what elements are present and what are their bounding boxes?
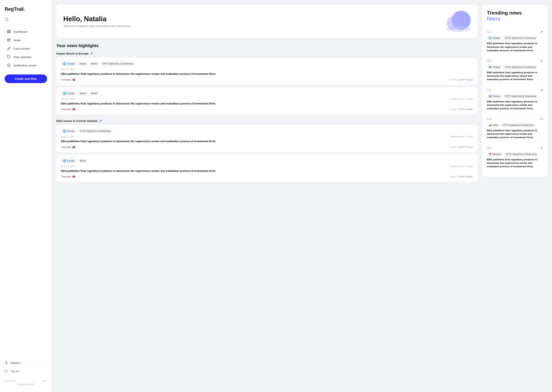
trending-word2: news — [509, 10, 522, 16]
grid-icon — [7, 30, 11, 34]
filter-label-esg[interactable]: ESG issues in French markets ↗ — [56, 119, 478, 123]
news-tags: 🌐 Europe Brexit Brexit CFTC Speeches & T… — [61, 62, 473, 66]
news-title: EBA publishes final regulatory products … — [61, 140, 473, 143]
filter-group-brexit: Impact Brexit in Europe ↗ 🌐 Europe Brexi… — [56, 52, 478, 114]
translate-button[interactable]: Translate 🇬🇧 — [61, 108, 75, 111]
hero-greeting: Hello, Natalia — [63, 15, 131, 23]
translate-button[interactable]: Translate 🇬🇧 — [61, 175, 75, 178]
svg-rect-4 — [7, 32, 9, 33]
sidebar-item-label: News — [14, 38, 21, 42]
news-footer: Translate 🇬🇧 Source: Cyber Polygon — [61, 108, 473, 111]
bell-icon — [7, 63, 11, 67]
tag-cftc: CFTC Speeches & Testemony — [504, 152, 538, 156]
hero-subtitle: Welcome to Regtrail, learn more about ho… — [63, 25, 131, 28]
user-profile: Natalia T. — [5, 359, 47, 367]
trending-title: EBA publishes final regulatory products … — [487, 71, 543, 81]
tag-cftc: CFTC Speeches & Testemony — [503, 36, 538, 40]
trending-title: EBA publishes final regulatory products … — [487, 158, 543, 168]
footer-copy: © RegTrail — [5, 380, 15, 382]
sidebar-item-dashboard[interactable]: Dashboard — [5, 28, 47, 35]
tag-brexit-1: Brexit — [78, 91, 88, 96]
footer-year: 2022 — [42, 380, 47, 382]
logout-icon — [5, 369, 8, 373]
sidebar-item-label: Case studies — [14, 47, 30, 50]
create-filter-button[interactable]: Create new filter — [5, 74, 47, 83]
trending-tags: 🌐Europe CFTC Speeches & Testemony — [487, 36, 543, 40]
trending-item[interactable]: 05 ↗ 🇲🇨Monaco CFTC Speeches & Testemony … — [487, 143, 543, 171]
sidebar-bottom: Natalia T. Log out © RegTrail 2022 Desig… — [5, 359, 47, 386]
sidebar-item-notification-centre[interactable]: Notification centre — [5, 62, 47, 69]
news-footer: Translate 🇬🇧 Source: Cyber Polygon — [61, 175, 473, 178]
news-reading-time: Reading time: 15 mins — [450, 135, 473, 138]
trending-item[interactable]: 03 ↗ 🇬🇷Greece CFTC Speeches & Testemony … — [487, 84, 543, 114]
tag-brexit-2: Brexit — [89, 62, 99, 66]
external-link-icon: ↗ — [540, 146, 543, 150]
logout-button[interactable]: Log out — [5, 367, 47, 375]
blob-base — [446, 26, 471, 32]
trending-num-row: 03 ↗ — [487, 88, 543, 93]
external-link-icon: ↗ — [540, 88, 543, 92]
tag-europe: 🌐 Europe — [61, 159, 76, 163]
svg-rect-5 — [9, 32, 10, 33]
news-card: 🌐 Europe Brexit Brexit May 21, 2021 Read… — [56, 87, 478, 115]
tag-monaco: 🇲🇨Monaco — [487, 152, 503, 156]
external-link-icon: ↗ — [540, 59, 543, 63]
hero-illustration — [444, 11, 471, 32]
trending-item[interactable]: 01 ↗ 🌐Europe CFTC Speeches & Testemony E… — [487, 26, 543, 56]
news-reading-time: Reading time: 15 mins — [450, 98, 473, 100]
external-link-icon: ↗ — [540, 117, 543, 121]
news-tags: 🌐 Europe Brexit — [61, 159, 473, 163]
footer-credit: Designed by SDS — [5, 383, 47, 386]
trending-word1: Trending — [487, 10, 508, 16]
filter-label-brexit[interactable]: Impact Brexit in Europe ↗ — [56, 52, 478, 55]
search-button[interactable] — [5, 17, 47, 22]
tag-europe: 🌐 Europe — [61, 62, 76, 66]
news-title: EBA publishes final regulatory products … — [61, 72, 473, 76]
tag-cftc: CFTC Speeches & Testemony — [501, 123, 535, 127]
svg-point-11 — [6, 362, 7, 363]
news-source: Source: Cyber Polygon — [450, 175, 473, 178]
news-footer: Translate 🇬🇧 Source: Cyber Polygon — [61, 78, 473, 81]
news-meta: May 21, 2021 — [61, 68, 473, 71]
external-link-icon: ↗ — [99, 119, 102, 123]
user-icon — [5, 361, 8, 365]
news-icon — [7, 38, 11, 42]
tag-cftc: CFTC Speeches & Testemony — [503, 65, 538, 69]
trending-header: Trending news filters — [487, 10, 543, 22]
news-source: Source: Cyber Polygon — [450, 146, 473, 148]
trending-title: EBA publishes final regulatory products … — [487, 42, 543, 52]
sidebar-item-news[interactable]: News — [5, 36, 47, 44]
sidebar-nav: Dashboard News Case studies Topic glossa… — [5, 28, 47, 69]
news-card: 🌐 Europe Brexit May 21, 2021 Reading tim… — [56, 155, 478, 182]
tag-europe: 🌐 Europe — [61, 129, 76, 133]
sidebar-item-case-studies[interactable]: Case studies — [5, 45, 47, 52]
tag-cftc: CFTC Speeches & Testemony — [101, 62, 135, 66]
trending-item[interactable]: 04 ↗ 🇮🇳India CFTC Speeches & Testemony E… — [487, 113, 543, 143]
news-date: May 21, 2021 — [61, 165, 75, 168]
trending-number: 01 — [487, 29, 491, 35]
tag-brexit-2: Brexit — [89, 91, 99, 96]
trending-num-row: 05 ↗ — [487, 146, 543, 151]
tag-finland: 🇫🇮Finland — [487, 65, 502, 69]
trending-tags: 🇬🇷Greece CFTC Speeches & Testemony — [487, 94, 543, 98]
news-source: Source: Cyber Polygon — [450, 108, 473, 111]
hero-card: Hello, Natalia Welcome to Regtrail, lear… — [56, 5, 478, 38]
translate-button[interactable]: Translate 🇬🇧 — [61, 146, 75, 148]
trending-num-row: 02 ↗ — [487, 59, 543, 63]
trending-number: 03 — [487, 88, 491, 93]
tag-india: 🇮🇳India — [487, 123, 500, 127]
tag-brexit-1: Brexit — [78, 62, 88, 66]
trending-item[interactable]: 02 ↗ 🇫🇮Finland CFTC Speeches & Testemony… — [487, 56, 543, 84]
sidebar-item-topic-glossary[interactable]: Topic glossary — [5, 53, 47, 61]
tag-cftc: CFTC Speeches & Testemony — [503, 94, 538, 98]
trending-title: EBA publishes final regulatory products … — [487, 129, 543, 139]
trending-panel: Trending news filters 01 ↗ 🌐Europe CFTC … — [482, 5, 547, 177]
filter-label-text: ESG issues in French markets — [56, 119, 98, 123]
external-link-icon: ↗ — [90, 52, 93, 55]
section-title: Your news highlights — [56, 43, 478, 48]
app-logo: RegTrail. — [5, 6, 47, 12]
news-source: Source: Cyber Polygon — [450, 78, 473, 81]
translate-button[interactable]: Translate 🇬🇧 — [61, 78, 75, 81]
news-footer: Translate 🇬🇧 Source: Cyber Polygon — [61, 146, 473, 148]
trending-number: 02 — [487, 59, 491, 63]
